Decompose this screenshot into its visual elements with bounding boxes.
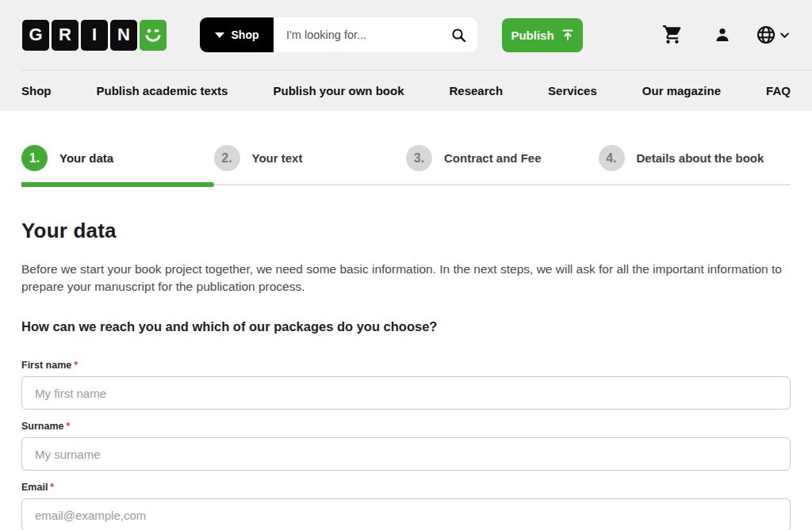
stepper-progress-track xyxy=(21,182,791,187)
email-field-group: Email* xyxy=(21,482,791,530)
caret-down-icon xyxy=(215,32,224,38)
nav-item-research[interactable]: Research xyxy=(450,84,504,97)
nav-item-publish-your-own-book[interactable]: Publish your own book xyxy=(273,84,404,97)
intro-paragraph: Before we start your book project togeth… xyxy=(21,261,791,296)
step-number-badge: 2. xyxy=(214,145,240,171)
step-details-about-the-book[interactable]: 4. Details about the book xyxy=(599,145,791,171)
nav-item-publish-academic-texts[interactable]: Publish academic texts xyxy=(97,84,228,97)
step-label: Your data xyxy=(59,151,113,165)
top-band: G R I N Shop xyxy=(0,0,812,111)
chevron-down-icon xyxy=(779,30,790,40)
shop-dropdown-label: Shop xyxy=(232,29,259,41)
surname-input[interactable] xyxy=(21,437,791,471)
globe-icon xyxy=(756,25,776,45)
field-label-text: Surname xyxy=(21,421,64,432)
required-asterisk: * xyxy=(50,482,54,493)
section-heading: How can we reach you and which of our pa… xyxy=(21,319,791,334)
header: G R I N Shop xyxy=(0,0,812,70)
stepper-progress-fill xyxy=(21,182,214,187)
first-name-label: First name* xyxy=(21,360,791,371)
surname-field-group: Surname* xyxy=(21,421,791,471)
step-your-data[interactable]: 1. Your data xyxy=(21,145,214,171)
step-number-badge: 1. xyxy=(21,145,48,171)
cart-icon[interactable] xyxy=(662,25,683,45)
step-label: Contract and Fee xyxy=(444,151,542,165)
logo-letter-tile: N xyxy=(110,20,137,51)
publish-button[interactable]: Publish xyxy=(502,18,583,52)
step-number-badge: 3. xyxy=(406,145,432,171)
step-label: Details about the book xyxy=(637,151,764,165)
publish-button-label: Publish xyxy=(511,29,553,42)
email-label: Email* xyxy=(21,482,791,493)
header-icons xyxy=(662,25,790,45)
first-name-input[interactable] xyxy=(21,376,791,410)
upload-icon xyxy=(561,29,574,41)
main-content: 1. Your data 2. Your text 3. Contract an… xyxy=(0,111,812,530)
shop-dropdown-button[interactable]: Shop xyxy=(200,17,274,52)
user-account-icon[interactable] xyxy=(713,25,732,44)
stepper: 1. Your data 2. Your text 3. Contract an… xyxy=(21,111,791,187)
logo-letter-tile: G xyxy=(22,20,49,51)
step-label: Your text xyxy=(252,151,303,165)
nav-item-services[interactable]: Services xyxy=(548,84,597,97)
logo-letter-tile: R xyxy=(52,20,79,51)
surname-label: Surname* xyxy=(21,421,791,432)
step-contract-and-fee[interactable]: 3. Contract and Fee xyxy=(406,145,599,171)
search-icon[interactable] xyxy=(451,28,466,43)
search-field xyxy=(274,17,477,52)
required-asterisk: * xyxy=(74,360,78,371)
language-selector[interactable] xyxy=(756,25,790,45)
nav-item-shop[interactable]: Shop xyxy=(21,84,52,97)
step-your-text[interactable]: 2. Your text xyxy=(214,145,407,171)
page-title: Your data xyxy=(21,219,791,243)
first-name-field-group: First name* xyxy=(21,360,791,410)
logo-letter-tile: I xyxy=(81,20,108,51)
email-input[interactable] xyxy=(21,498,791,530)
search-input[interactable] xyxy=(286,29,451,41)
nav-item-our-magazine[interactable]: Our magazine xyxy=(642,84,721,97)
grin-logo[interactable]: G R I N xyxy=(22,20,167,51)
required-asterisk: * xyxy=(67,421,71,432)
nav-item-faq[interactable]: FAQ xyxy=(766,84,791,97)
logo-smiley-icon xyxy=(140,20,167,51)
field-label-text: Email xyxy=(21,482,48,493)
contact-form: First name* Surname* Email* xyxy=(21,360,791,530)
main-navigation: Shop Publish academic texts Publish your… xyxy=(0,71,812,111)
step-number-badge: 4. xyxy=(599,145,625,171)
field-label-text: First name xyxy=(21,360,71,371)
search-bar: Shop xyxy=(200,17,477,52)
